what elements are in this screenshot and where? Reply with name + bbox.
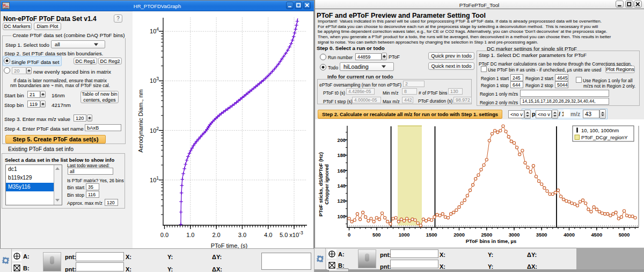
svg-text:1000: 1000: [399, 232, 410, 238]
svg-text:180: 180: [337, 153, 346, 158]
svg-text:Chopper ignored: Chopper ignored: [324, 164, 330, 204]
svg-text:4000: 4000: [564, 232, 575, 238]
svg-text:100: 100: [337, 214, 346, 219]
svg-text:160: 160: [337, 168, 346, 174]
svg-text:3500: 3500: [536, 232, 547, 238]
svg-text:PToF_DCgr_regionY: PToF_DCgr_regionY: [581, 134, 628, 140]
svg-text:200: 200: [337, 138, 346, 143]
svg-text:1500: 1500: [426, 232, 437, 238]
svg-text:3000: 3000: [509, 232, 520, 238]
svg-text:120: 120: [337, 198, 346, 204]
svg-text:0: 0: [348, 232, 350, 238]
svg-text:PToF sticks, dS/dPToF (Hz): PToF sticks, dS/dPToF (Hz): [318, 152, 324, 216]
svg-text:2500: 2500: [481, 232, 492, 238]
svg-text:140: 140: [337, 183, 346, 189]
svg-text:5000: 5000: [619, 232, 630, 238]
svg-text:10, 100, 1000nm: 10, 100, 1000nm: [581, 127, 619, 133]
svg-text:2000: 2000: [453, 232, 465, 238]
svg-text:4500: 4500: [591, 232, 602, 238]
svg-text:PToF bins in time, µs: PToF bins in time, µs: [466, 238, 517, 244]
svg-text:500: 500: [372, 232, 381, 238]
